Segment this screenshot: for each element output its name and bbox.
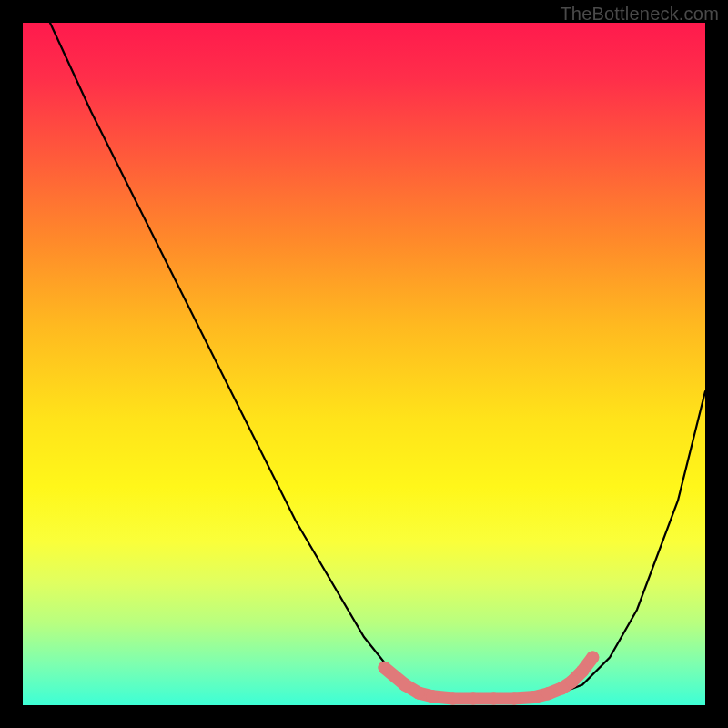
optimal-marker xyxy=(467,693,480,705)
optimal-marker xyxy=(379,662,391,674)
chart-frame: TheBottleneck.com xyxy=(0,0,728,728)
optimal-marker xyxy=(399,679,411,692)
optimal-marker xyxy=(488,693,500,705)
optimal-marker xyxy=(426,690,439,703)
optimal-marker xyxy=(529,691,541,703)
optimal-marker xyxy=(447,693,460,705)
bottleneck-curve xyxy=(50,23,705,699)
optimal-marker xyxy=(412,687,425,700)
optimal-marker xyxy=(576,665,589,678)
watermark-text: TheBottleneck.com xyxy=(560,4,719,25)
optimal-marker xyxy=(566,675,579,688)
optimal-marker xyxy=(586,652,599,664)
plot-area xyxy=(23,23,705,705)
chart-svg xyxy=(23,23,705,705)
optimal-band xyxy=(379,652,600,705)
optimal-marker xyxy=(508,693,521,705)
optimal-marker xyxy=(542,687,555,700)
